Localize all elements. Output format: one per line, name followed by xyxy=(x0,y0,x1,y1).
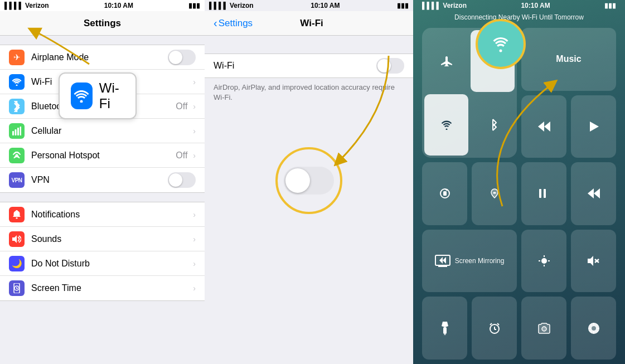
svg-point-35 xyxy=(541,258,547,264)
wifi-description-text: AirDrop, AirPlay, and improved location … xyxy=(214,83,395,101)
svg-rect-28 xyxy=(544,189,546,198)
screentime-icon xyxy=(9,280,25,296)
cc-flashlight-btn[interactable] xyxy=(422,297,467,360)
svg-rect-5 xyxy=(20,127,22,135)
settings-row-screentime[interactable]: Screen Time › xyxy=(0,276,205,300)
back-label: Settings xyxy=(219,18,253,29)
time-label: 10:10 AM xyxy=(104,2,133,9)
wifi-toggle-switch[interactable] xyxy=(376,58,404,74)
wifi-chevron: › xyxy=(193,77,196,86)
cc-bluetooth-btn[interactable] xyxy=(471,94,515,156)
status-bar-wifi: ▌▌▌▌ Verizon 10:10 AM ▮▮▮ xyxy=(205,0,413,11)
svg-marker-8 xyxy=(12,235,17,243)
svg-marker-45 xyxy=(444,334,446,335)
svg-marker-21 xyxy=(538,122,544,132)
cc-airplane-btn[interactable] xyxy=(424,30,468,92)
wifi-callout: Wi-Fi xyxy=(59,72,137,119)
battery-icon: ▮▮▮ xyxy=(188,2,200,9)
cellular-label: Cellular xyxy=(31,126,191,136)
wifi-description: AirDrop, AirPlay, and improved location … xyxy=(205,78,413,103)
status-bar-settings: ▌▌▌▌ Verizon 10:10 AM ▮▮▮ xyxy=(0,0,205,11)
svg-point-19 xyxy=(500,50,502,52)
cc-carrier: ▌▌▌▌ Verizon xyxy=(422,2,467,9)
sounds-label: Sounds xyxy=(31,234,191,244)
svg-point-51 xyxy=(542,327,546,331)
wifi-nav-bar: ‹ Settings Wi-Fi xyxy=(205,11,413,36)
bluetooth-value: Off xyxy=(176,101,187,111)
sounds-chevron: › xyxy=(193,235,196,244)
cc-carrier-label: Verizon xyxy=(443,2,467,9)
svg-marker-22 xyxy=(590,122,599,132)
settings-row-notifications[interactable]: Notifications › xyxy=(0,202,205,227)
svg-point-54 xyxy=(591,326,597,331)
status-right: ▮▮▮ xyxy=(188,2,200,9)
airplane-toggle[interactable] xyxy=(168,50,196,65)
cc-play-btn[interactable] xyxy=(571,95,616,158)
cc-brightness-btn[interactable] xyxy=(521,230,566,293)
settings-row-sounds[interactable]: Sounds › xyxy=(0,227,205,251)
cc-rewind-btn[interactable] xyxy=(521,95,566,158)
settings-row-hotspot[interactable]: Personal Hotspot Off › xyxy=(0,143,205,168)
cc-time: 10:10 AM xyxy=(521,2,550,9)
carrier-wifi: ▌▌▌▌ Verizon xyxy=(209,2,254,9)
cc-battery: ▮▮▮ xyxy=(604,2,616,9)
svg-point-13 xyxy=(80,100,83,103)
music-label: Music xyxy=(556,54,581,64)
screen-mirroring-text: Screen Mirroring xyxy=(455,257,505,265)
vpn-toggle[interactable] xyxy=(168,172,196,188)
cc-dnd-btn[interactable] xyxy=(472,162,517,225)
svg-rect-2 xyxy=(12,131,14,135)
wifi-toggle-row[interactable]: Wi-Fi xyxy=(205,54,413,78)
svg-rect-7 xyxy=(16,217,18,219)
screentime-label: Screen Time xyxy=(31,283,191,293)
cc-alarm-btn[interactable] xyxy=(472,297,517,360)
svg-point-17 xyxy=(445,128,447,130)
wifi-icon xyxy=(9,74,25,90)
svg-rect-27 xyxy=(539,189,541,198)
svg-marker-29 xyxy=(588,188,594,198)
settings-row-vpn[interactable]: VPN VPN xyxy=(0,168,205,192)
cc-connectivity-cluster xyxy=(422,28,517,158)
settings-panel: ▌▌▌▌ Verizon 10:10 AM ▮▮▮ Settings ✈ Air… xyxy=(0,0,205,364)
wifi-page-title: Wi-Fi xyxy=(253,18,371,29)
hotspot-chevron: › xyxy=(193,151,196,160)
screen-mirroring-label: Screen Mirroring xyxy=(455,257,505,265)
back-button[interactable]: ‹ Settings xyxy=(214,17,253,30)
sounds-icon xyxy=(9,231,25,247)
signal-icon-wifi: ▌▌▌▌ xyxy=(209,2,228,9)
cc-screen-mirroring-btn[interactable]: Screen Mirroring xyxy=(422,230,517,293)
disconnect-message: Disconnecting Nearby Wi-Fi Until Tomorro… xyxy=(413,11,625,23)
cc-mute-btn[interactable] xyxy=(571,230,616,293)
cellular-chevron: › xyxy=(193,127,196,135)
cc-pause-btn[interactable] xyxy=(521,162,566,225)
cc-camera-btn[interactable] xyxy=(521,297,566,360)
notifications-chevron: › xyxy=(193,210,196,219)
svg-marker-43 xyxy=(442,322,448,327)
wifi-arrow-svg xyxy=(22,25,134,70)
cc-fastforward-btn[interactable] xyxy=(571,162,616,225)
signal-icon: ▌▌▌▌ xyxy=(4,2,23,9)
cc-wifi-circle[interactable] xyxy=(476,19,526,69)
cc-wifi-btn[interactable] xyxy=(424,94,468,156)
svg-rect-3 xyxy=(15,129,17,135)
cc-music-btn[interactable]: Music xyxy=(521,28,616,91)
notifications-label: Notifications xyxy=(31,210,191,220)
svg-rect-44 xyxy=(443,327,447,334)
settings-row-cellular[interactable]: Cellular › xyxy=(0,119,205,143)
dnd-label: Do Not Disturb xyxy=(31,259,191,269)
cc-orientation-lock-btn[interactable] xyxy=(422,162,467,225)
time-label-wifi: 10:10 AM xyxy=(311,2,340,9)
cc-status-bar: ▌▌▌▌ Verizon 10:10 AM ▮▮▮ xyxy=(413,0,625,11)
hotspot-label: Personal Hotspot xyxy=(31,151,176,161)
big-toggle[interactable] xyxy=(284,167,334,195)
big-toggle-wrap xyxy=(205,147,413,214)
svg-marker-32 xyxy=(443,257,446,264)
wifi-callout-text: Wi-Fi xyxy=(99,80,124,111)
vpn-label: VPN xyxy=(31,175,168,185)
cc-timer-btn[interactable] xyxy=(571,297,616,360)
screentime-chevron: › xyxy=(193,284,196,293)
status-carrier: ▌▌▌▌ Verizon xyxy=(4,2,49,9)
svg-marker-20 xyxy=(544,122,550,132)
settings-row-dnd[interactable]: 🌙 Do Not Disturb › xyxy=(0,251,205,276)
hotspot-value: Off xyxy=(176,151,187,161)
